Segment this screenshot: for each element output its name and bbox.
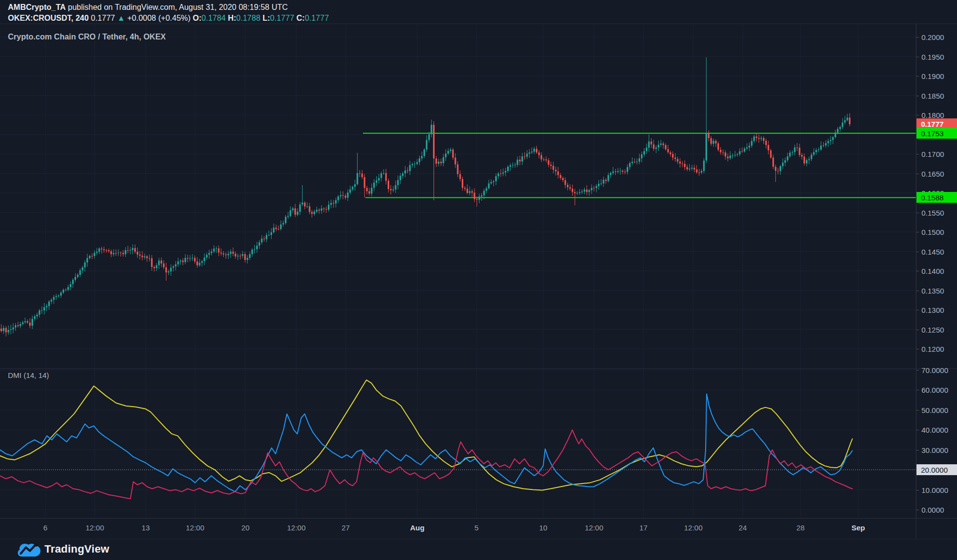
- price-tick-label: 0.2000: [921, 33, 944, 41]
- price-tick-mark: [917, 310, 919, 310]
- footer-bar: TradingView: [0, 539, 957, 560]
- dmi-tick-mark: [917, 490, 919, 490]
- price-tick-mark: [917, 96, 919, 96]
- dmi-tick-label: 10.0000: [921, 486, 948, 494]
- time-tick-label: 12:00: [684, 523, 703, 532]
- price-tick-label: 0.1950: [921, 53, 944, 61]
- price-tick-label: 0.1450: [921, 248, 944, 256]
- dmi-tick-label: 60.0000: [921, 386, 948, 394]
- dmi-tick-label: 50.0000: [921, 406, 948, 414]
- chart-canvas[interactable]: [0, 0, 957, 560]
- attribution-text: published on TradingView.com, August 31,…: [66, 3, 288, 11]
- dmi-tick-label: 30.0000: [921, 446, 948, 454]
- dmi-tick-label: 0.0000: [921, 506, 944, 514]
- chart-legend-title[interactable]: Crypto.com Chain CRO / Tether, 4h, OKEX: [8, 33, 166, 41]
- high-value: 0.1788: [236, 14, 260, 22]
- plus-di-line[interactable]: [0, 394, 852, 492]
- price-tick-mark: [917, 174, 919, 174]
- time-tick-label: 27: [342, 523, 350, 532]
- attribution-line: AMBCrypto_TA published on TradingView.co…: [8, 3, 288, 12]
- dmi-tick-mark: [917, 370, 919, 371]
- price-tick-mark: [917, 115, 919, 115]
- time-tick-label: 17: [639, 523, 648, 532]
- minus-di-line[interactable]: [0, 430, 852, 499]
- price-tick-label: 0.1200: [921, 345, 944, 353]
- close-label: C:: [296, 14, 305, 22]
- author-name: AMBCrypto_TA: [8, 3, 66, 11]
- time-tick-label: 28: [797, 523, 805, 532]
- time-tick-label: 20: [241, 523, 250, 532]
- price-tick-label: 0.1500: [921, 228, 944, 236]
- price-tick-mark: [917, 271, 919, 271]
- support-badge: 0.1588: [917, 192, 957, 203]
- open-value: 0.1784: [201, 14, 226, 22]
- resistance-badge: 0.1753: [917, 128, 957, 139]
- price-tick-mark: [917, 232, 919, 232]
- tradingview-snapshot: AMBCrypto_TA published on TradingView.co…: [0, 0, 957, 560]
- low-value: 0.1777: [270, 14, 294, 22]
- dmi-tick-mark: [917, 510, 919, 510]
- price-tick-mark: [917, 76, 919, 76]
- price-tick-mark: [917, 291, 919, 291]
- price-tick-mark: [917, 349, 919, 349]
- price-tick-label: 0.1650: [921, 170, 944, 178]
- low-label: L:: [263, 14, 270, 22]
- indicator-legend[interactable]: DMI (14, 14): [8, 371, 49, 379]
- price-tick-label: 0.1250: [921, 326, 944, 334]
- close-value: 0.1777: [305, 14, 329, 22]
- adx-line[interactable]: [0, 380, 852, 490]
- time-tick-label: 6: [43, 523, 47, 532]
- time-tick-label: 12:00: [287, 523, 306, 532]
- time-tick-label: 12:00: [585, 523, 603, 532]
- price-tick-label: 0.1850: [921, 92, 944, 100]
- price-tick-mark: [917, 252, 919, 252]
- price-tick-mark: [917, 154, 919, 154]
- symbol-interval[interactable]: OKEX:CROUSDT, 240: [8, 14, 89, 22]
- time-tick-label: 12:00: [85, 523, 104, 532]
- time-tick-label: Aug: [410, 523, 424, 532]
- up-arrow-icon: ▲: [117, 14, 125, 22]
- indicator-params: (14, 14): [24, 371, 49, 379]
- price-tick-label: 0.1550: [921, 209, 944, 217]
- price-tick-label: 0.1400: [921, 267, 944, 275]
- price-change: +0.0008 (+0.45%): [127, 14, 191, 22]
- time-axis[interactable]: 612:001312:002012:0027Aug51012:001712:00…: [0, 518, 957, 539]
- price-tick-mark: [917, 57, 919, 57]
- time-tick-label: 24: [739, 523, 747, 532]
- time-tick-label: 12:00: [186, 523, 204, 532]
- price-axis[interactable]: 0.2000 0.1950 0.1900 0.1850 0.1800 0.175…: [916, 24, 957, 518]
- price-tick-label: 0.1700: [921, 150, 944, 158]
- symbol-status-line: OKEX:CROUSDT, 240 0.1777 ▲ +0.0008 (+0.4…: [8, 14, 329, 23]
- price-tick-mark: [917, 330, 919, 330]
- time-tick-label: 10: [539, 523, 548, 532]
- price-tick-mark: [917, 37, 919, 37]
- tradingview-logo-icon[interactable]: [18, 542, 40, 558]
- brand-name[interactable]: TradingView: [44, 543, 109, 556]
- dmi-tick-label: 40.0000: [921, 426, 948, 434]
- high-label: H:: [228, 14, 236, 22]
- price-tick-label: 0.1800: [921, 111, 944, 119]
- dmi-tick-mark: [917, 410, 919, 411]
- price-tick-label: 0.1300: [921, 306, 944, 314]
- dmi-tick-mark: [917, 430, 919, 430]
- price-tick-label: 0.1900: [921, 72, 944, 80]
- candlestick-series: [0, 57, 850, 336]
- indicator-name: DMI: [8, 371, 22, 379]
- dmi-tick-mark: [917, 450, 919, 450]
- time-tick-label: 13: [142, 523, 150, 532]
- dmi-tick-mark: [917, 390, 919, 390]
- last-price: 0.1777: [91, 14, 115, 22]
- open-label: O:: [193, 14, 201, 22]
- threshold-badge: 20.0000: [917, 464, 957, 475]
- price-tick-label: 0.1350: [921, 287, 944, 295]
- price-tick-mark: [917, 213, 919, 213]
- time-tick-label: 5: [475, 523, 478, 532]
- time-tick-label: Sep: [851, 523, 865, 532]
- dmi-tick-label: 70.0000: [921, 366, 948, 374]
